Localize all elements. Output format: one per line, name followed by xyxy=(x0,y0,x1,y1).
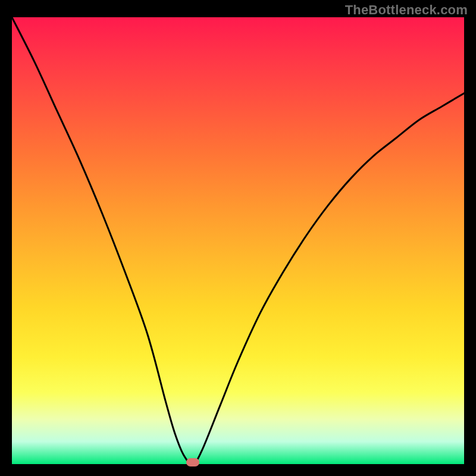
min-point-marker xyxy=(186,458,199,466)
chart-frame: TheBottleneck.com xyxy=(0,0,476,476)
plot-area xyxy=(12,17,464,464)
watermark-text: TheBottleneck.com xyxy=(345,2,468,18)
bottleneck-curve xyxy=(12,17,464,464)
bottleneck-curve-svg xyxy=(12,17,464,464)
